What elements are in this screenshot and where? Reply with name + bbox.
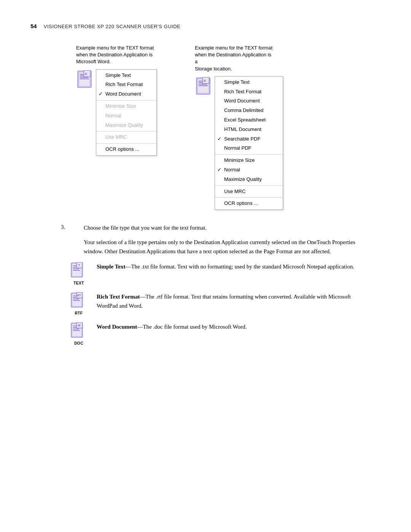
doc-term: Word Document	[97, 324, 137, 330]
doc-icon-label: DOC	[74, 341, 83, 345]
rtf-term: Rich Text Format	[97, 294, 140, 300]
right-menu-example: Example menu for the TEXT format when th…	[195, 45, 283, 210]
svg-rect-41	[73, 330, 80, 331]
text-icon-container: T TEXT	[68, 262, 89, 285]
menu-item-searchable-pdf[interactable]: Searchable PDF	[215, 134, 283, 144]
svg-text:W: W	[78, 324, 81, 327]
svg-rect-5	[80, 78, 89, 79]
doc-file-icon: W	[70, 322, 88, 340]
text-icon-label: TEXT	[73, 281, 84, 285]
menu-item-ocr-options-left[interactable]: OCR options ...	[96, 145, 156, 154]
body-paragraph: Your selection of a file type pertains o…	[84, 238, 365, 256]
right-doc-icon: A	[195, 77, 215, 99]
left-menu-section-2: Minimize Size Normal Maximize Quality	[96, 100, 156, 131]
right-menu-container: A Simple Text Rich Text Format Word Docu…	[195, 75, 283, 210]
svg-text:T: T	[78, 264, 80, 267]
menu-item-minimize-right[interactable]: Minimize Size	[215, 156, 283, 165]
left-menu-section-4: OCR options ...	[96, 143, 156, 155]
menu-item-use-mrc-left: Use MRC	[96, 133, 156, 142]
doc-desc: The .doc file format used by Microsoft W…	[143, 324, 247, 330]
left-menu-section-3: Use MRC	[96, 131, 156, 143]
doc-desc-text: Word Document—The .doc file format used …	[97, 322, 365, 331]
page-title: Visioneer Strobe XP 220 Scanner User's G…	[44, 24, 181, 29]
menu-item-html-document[interactable]: HTML Document	[215, 125, 283, 134]
menu-item-maximize-left: Maximize Quality	[96, 121, 156, 130]
menu-item-excel-spreadsheet[interactable]: Excel Spreadsheet	[215, 115, 283, 125]
menu-item-rich-text-right[interactable]: Rich Text Format	[215, 87, 283, 97]
menu-item-normal-left: Normal	[96, 111, 156, 121]
left-menu-container: A Simple Text Rich Text Format Word Docu…	[76, 69, 157, 156]
svg-rect-40	[73, 329, 79, 329]
svg-rect-22	[73, 268, 79, 269]
menu-item-ocr-options-right[interactable]: OCR options ...	[215, 199, 283, 208]
text-desc-text: Simple Text—The .txt file format. Text w…	[97, 262, 365, 271]
menu-item-simple-text-left[interactable]: Simple Text	[96, 71, 156, 80]
icon-desc-row-text: T TEXT Simple Text—The .txt file format.…	[68, 262, 365, 285]
svg-text:RT: RT	[77, 294, 81, 297]
right-menu-section-3: Use MRC	[215, 185, 283, 198]
menu-item-word-doc-right[interactable]: Word Document	[215, 96, 283, 106]
rtf-icon-container: RT RTF	[68, 292, 89, 315]
menu-item-maximize-right[interactable]: Maximize Quality	[215, 175, 283, 184]
svg-rect-31	[73, 299, 79, 299]
step-3-line: 3. Choose the file type that you want fo…	[61, 224, 365, 232]
example-menus: Example menu for the TEXT format when th…	[76, 45, 381, 210]
menu-item-normal-pdf[interactable]: Normal PDF	[215, 144, 283, 153]
menu-item-comma-delimited[interactable]: Comma Delimited	[215, 106, 283, 115]
doc-icon-container: W DOC	[68, 322, 89, 345]
icon-desc-row-rtf: RT RTF Rich Text Format—The .rtf file fo…	[68, 292, 365, 315]
body-content: 3. Choose the file type that you want fo…	[61, 224, 365, 345]
icon-desc-row-doc: W DOC Word Document—The .doc file format…	[68, 322, 365, 345]
left-menu-caption: Example menu for the TEXT format when th…	[76, 45, 156, 66]
page: 54 Visioneer Strobe XP 220 Scanner User'…	[0, 0, 411, 532]
text-file-icon: T	[70, 262, 88, 280]
menu-item-normal-right[interactable]: Normal	[215, 165, 283, 175]
menu-item-simple-text-right[interactable]: Simple Text	[215, 78, 283, 87]
right-dropdown-menu: Simple Text Rich Text Format Word Docume…	[215, 76, 283, 210]
left-dropdown-menu: Simple Text Rich Text Format Word Docume…	[96, 69, 157, 156]
right-menu-caption: Example menu for the TEXT format when th…	[195, 45, 275, 72]
step-3-text: Choose the file type that you want for t…	[84, 224, 207, 232]
right-menu-section-2: Minimize Size Normal Maximize Quality	[215, 154, 283, 185]
rtf-desc-text: Rich Text Format—The .rtf file format. T…	[97, 292, 365, 310]
left-menu-example: Example menu for the TEXT format when th…	[76, 45, 157, 210]
right-menu-section-4: OCR options ...	[215, 197, 283, 209]
left-doc-icon: A	[76, 70, 96, 92]
svg-rect-32	[73, 300, 80, 301]
svg-rect-23	[73, 270, 80, 271]
svg-text:A: A	[85, 72, 88, 76]
menu-item-rich-text-left[interactable]: Rich Text Format	[96, 80, 156, 89]
text-desc: The .txt file format. Text with no forma…	[131, 264, 354, 270]
svg-rect-14	[199, 85, 208, 86]
right-menu-section-1: Simple Text Rich Text Format Word Docume…	[215, 77, 283, 154]
step-3-number: 3.	[61, 224, 84, 230]
menu-item-word-doc-left[interactable]: Word Document	[96, 89, 156, 99]
menu-item-use-mrc-right[interactable]: Use MRC	[215, 187, 283, 197]
page-header: 54 Visioneer Strobe XP 220 Scanner User'…	[30, 23, 381, 29]
rtf-file-icon: RT	[70, 292, 88, 310]
menu-item-minimize-left: Minimize Size	[96, 102, 156, 111]
page-number: 54	[30, 23, 37, 29]
rtf-icon-label: RTF	[75, 311, 83, 315]
left-menu-section-1: Simple Text Rich Text Format Word Docume…	[96, 70, 156, 100]
bottom-space	[30, 352, 381, 390]
text-term: Simple Text	[97, 264, 125, 270]
svg-text:A: A	[204, 79, 206, 83]
